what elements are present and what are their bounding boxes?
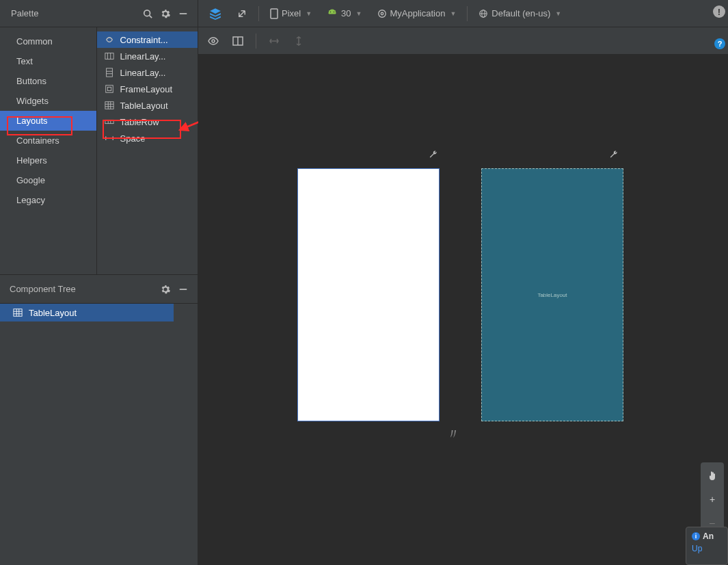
toolbar-divider <box>258 6 259 21</box>
toolbar-divider <box>467 6 468 21</box>
chevron-down-icon: ▼ <box>356 10 362 17</box>
svg-rect-23 <box>14 309 22 317</box>
design-surface-toggle[interactable] <box>204 4 227 23</box>
api-selector[interactable]: 30 ▼ <box>321 4 367 23</box>
svg-point-33 <box>381 12 383 15</box>
svg-point-37 <box>212 40 215 42</box>
constraint-icon <box>104 34 115 45</box>
app-label: MyApplication <box>390 8 446 18</box>
device-selector[interactable]: Pixel ▼ <box>265 4 317 23</box>
svg-point-32 <box>378 10 386 17</box>
search-icon[interactable] <box>140 6 155 21</box>
palette-item-linearlayout-v[interactable]: LinearLay... <box>97 64 198 81</box>
category-google[interactable]: Google <box>0 170 96 190</box>
palette-item-space[interactable]: Space <box>97 130 198 146</box>
tree-node-label: TableLayout <box>29 308 77 318</box>
design-preview[interactable] <box>297 168 440 421</box>
pan-icon[interactable] <box>703 467 722 486</box>
help-icon[interactable]: ? <box>714 38 725 49</box>
zoom-in-button[interactable]: + <box>703 490 722 509</box>
component-tree-title: Component Tree <box>10 284 155 294</box>
minimize-icon[interactable] <box>176 282 191 297</box>
notification-link[interactable]: Up <box>692 544 722 553</box>
design-canvas[interactable]: TableLayout 〃 + – 1:1 i An Up <box>198 55 728 565</box>
component-tree-header: Component Tree <box>0 275 198 304</box>
locale-label: Default (en-us) <box>491 8 550 18</box>
chevron-down-icon: ▼ <box>450 10 456 17</box>
category-containers[interactable]: Containers <box>0 131 96 150</box>
palette-title: Palette <box>11 8 137 18</box>
category-common[interactable]: Common <box>0 31 96 51</box>
component-tree: TableLayout <box>0 304 198 565</box>
notification-title: An <box>703 531 714 541</box>
design-toolbar: Pixel ▼ 30 ▼ MyApplication ▼ Default (en… <box>198 0 728 27</box>
table-icon <box>104 100 115 111</box>
palette-item-label: Space <box>120 133 146 144</box>
category-legacy[interactable]: Legacy <box>0 190 96 210</box>
palette-item-label: LinearLay... <box>120 68 166 78</box>
category-widgets[interactable]: Widgets <box>0 91 96 111</box>
blueprint-preview[interactable]: TableLayout <box>481 168 623 421</box>
layout-split-icon[interactable] <box>230 33 246 49</box>
svg-rect-6 <box>106 68 112 77</box>
device-label: Pixel <box>282 8 301 18</box>
category-buttons[interactable]: Buttons <box>0 71 96 91</box>
minimize-icon[interactable] <box>176 6 191 21</box>
palette-header: Palette <box>0 0 198 27</box>
frame-icon <box>104 83 115 94</box>
palette-item-tablelayout[interactable]: TableLayout <box>97 97 198 114</box>
toolbar-divider <box>256 34 256 49</box>
category-helpers[interactable]: Helpers <box>0 150 96 170</box>
palette-item-label: TableRow <box>120 117 159 127</box>
space-icon <box>104 133 115 144</box>
svg-rect-9 <box>105 86 113 93</box>
api-label: 30 <box>341 8 351 18</box>
palette-categories: Common Text Buttons Widgets Layouts Cont… <box>0 27 97 274</box>
svg-point-31 <box>334 11 334 12</box>
palette-item-constraintlayout[interactable]: Constraint... <box>97 31 198 48</box>
linear-v-icon <box>104 67 115 78</box>
info-icon: i <box>692 532 700 540</box>
palette-item-linearlayout-h[interactable]: LinearLay... <box>97 48 198 64</box>
svg-line-1 <box>150 15 152 18</box>
view-options-toolbar: ? <box>198 27 728 55</box>
wrench-icon[interactable] <box>428 149 439 160</box>
tree-node-root[interactable]: TableLayout <box>0 304 174 321</box>
palette-item-label: LinearLay... <box>120 51 166 62</box>
wrench-icon[interactable] <box>608 149 619 160</box>
svg-point-0 <box>144 10 150 16</box>
theme-selector[interactable]: MyApplication ▼ <box>372 4 462 23</box>
gear-icon[interactable] <box>158 6 173 21</box>
palette-item-label: FrameLayout <box>120 84 173 94</box>
svg-rect-10 <box>107 87 111 90</box>
resize-handle[interactable]: 〃 <box>446 424 461 445</box>
category-text[interactable]: Text <box>0 51 96 71</box>
blueprint-label: TableLayout <box>537 292 567 298</box>
svg-point-30 <box>330 11 331 12</box>
palette-item-label: Constraint... <box>120 35 168 45</box>
orientation-toggle[interactable] <box>231 4 253 23</box>
android-icon <box>327 9 338 18</box>
palette-item-tablerow[interactable]: TableRow <box>97 114 198 130</box>
svg-rect-16 <box>105 120 113 123</box>
table-icon <box>12 307 23 318</box>
svg-rect-3 <box>105 53 113 60</box>
palette-body: Common Text Buttons Widgets Layouts Cont… <box>0 27 198 275</box>
palette-item-framelayout[interactable]: FrameLayout <box>97 81 198 97</box>
expand-vertical-icon[interactable] <box>291 33 307 49</box>
chevron-down-icon: ▼ <box>306 10 312 17</box>
locale-selector[interactable]: Default (en-us) ▼ <box>473 4 567 23</box>
category-layouts[interactable]: Layouts <box>0 111 96 131</box>
warnings-icon[interactable]: ! <box>713 5 725 18</box>
view-options-icon[interactable] <box>205 33 221 49</box>
gear-icon[interactable] <box>158 282 173 297</box>
palette-item-label: TableLayout <box>120 101 168 111</box>
notification-popup[interactable]: i An Up <box>686 527 728 565</box>
svg-rect-29 <box>271 9 278 18</box>
chevron-down-icon: ▼ <box>555 10 561 17</box>
tablerow-icon <box>104 116 115 127</box>
palette-items: Constraint... LinearLay... LinearLay... … <box>97 27 198 274</box>
linear-h-icon <box>104 51 115 62</box>
expand-horizontal-icon[interactable] <box>266 33 282 49</box>
svg-rect-11 <box>105 102 113 109</box>
